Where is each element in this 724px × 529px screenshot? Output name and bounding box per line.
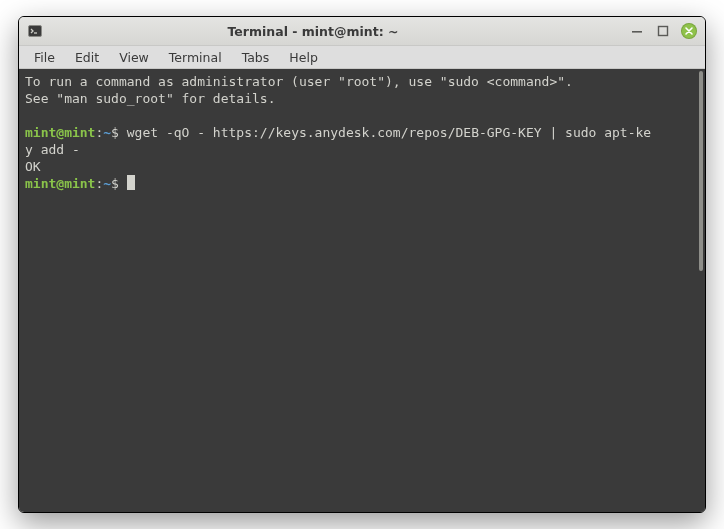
output-line: OK (25, 158, 695, 175)
prompt-path: ~ (103, 125, 111, 140)
svg-rect-2 (659, 27, 668, 36)
prompt-path: ~ (103, 176, 111, 191)
scrollbar[interactable] (697, 69, 705, 512)
close-button[interactable] (681, 23, 697, 39)
terminal-viewport: To run a command as administrator (user … (19, 69, 705, 512)
menu-help[interactable]: Help (280, 47, 327, 68)
terminal-window: Terminal - mint@mint: ~ File Edit View T… (18, 16, 706, 513)
menu-edit[interactable]: Edit (66, 47, 108, 68)
terminal-icon (27, 23, 43, 39)
command-text: wget -qO - https://keys.anydesk.com/repo… (127, 125, 651, 140)
window-controls (629, 23, 697, 39)
maximize-button[interactable] (655, 23, 671, 39)
motd-line: To run a command as administrator (user … (25, 73, 695, 90)
menubar: File Edit View Terminal Tabs Help (19, 45, 705, 69)
blank-line (25, 107, 695, 124)
terminal-content[interactable]: To run a command as administrator (user … (19, 69, 697, 512)
menu-tabs[interactable]: Tabs (233, 47, 279, 68)
motd-line: See "man sudo_root" for details. (25, 90, 695, 107)
prompt-line: mint@mint:~$ (25, 175, 695, 192)
svg-rect-0 (29, 26, 42, 37)
window-title: Terminal - mint@mint: ~ (49, 24, 577, 39)
prompt-user: mint@mint (25, 176, 95, 191)
menu-file[interactable]: File (25, 47, 64, 68)
titlebar[interactable]: Terminal - mint@mint: ~ (19, 17, 705, 45)
command-wrap: y add - (25, 141, 695, 158)
menu-terminal[interactable]: Terminal (160, 47, 231, 68)
menu-view[interactable]: View (110, 47, 158, 68)
prompt-dollar: $ (111, 176, 119, 191)
svg-rect-1 (632, 31, 642, 33)
command-line: mint@mint:~$ wget -qO - https://keys.any… (25, 124, 695, 141)
scrollbar-thumb[interactable] (699, 71, 703, 271)
cursor (127, 175, 135, 190)
prompt-dollar: $ (111, 125, 119, 140)
minimize-button[interactable] (629, 23, 645, 39)
prompt-user: mint@mint (25, 125, 95, 140)
